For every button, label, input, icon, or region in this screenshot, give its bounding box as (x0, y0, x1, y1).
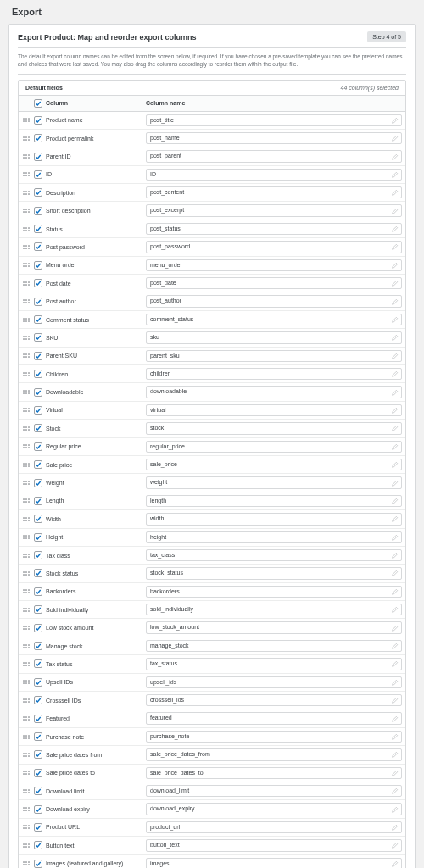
row-checkbox[interactable] (34, 352, 42, 360)
column-name-input[interactable] (146, 169, 402, 181)
row-checkbox[interactable] (34, 715, 42, 723)
row-checkbox[interactable] (34, 732, 42, 741)
column-name-input[interactable] (146, 821, 402, 833)
drag-handle-icon[interactable] (22, 497, 31, 505)
drag-handle-icon[interactable] (22, 279, 31, 287)
row-checkbox[interactable] (34, 170, 42, 179)
drag-handle-icon[interactable] (22, 587, 31, 596)
row-checkbox[interactable] (34, 406, 42, 415)
column-name-input[interactable] (146, 531, 402, 543)
drag-handle-icon[interactable] (22, 515, 31, 523)
column-name-input[interactable] (146, 785, 402, 797)
column-name-input[interactable] (146, 803, 402, 815)
column-name-input[interactable] (146, 259, 402, 271)
column-name-input[interactable] (146, 186, 402, 198)
row-checkbox[interactable] (34, 442, 42, 451)
row-checkbox[interactable] (34, 388, 42, 397)
column-name-input[interactable] (146, 513, 402, 525)
drag-handle-icon[interactable] (22, 823, 31, 832)
drag-handle-icon[interactable] (22, 261, 31, 270)
column-name-input[interactable] (146, 676, 402, 688)
column-name-input[interactable] (146, 712, 402, 724)
column-name-input[interactable] (146, 132, 402, 144)
drag-handle-icon[interactable] (22, 750, 31, 759)
column-name-input[interactable] (146, 368, 402, 380)
drag-handle-icon[interactable] (22, 116, 31, 125)
row-checkbox[interactable] (34, 515, 42, 523)
drag-handle-icon[interactable] (22, 207, 31, 215)
row-checkbox[interactable] (34, 225, 42, 233)
drag-handle-icon[interactable] (22, 841, 31, 849)
select-all-checkbox[interactable] (34, 99, 42, 108)
row-checkbox[interactable] (34, 841, 42, 849)
row-checkbox[interactable] (34, 787, 42, 795)
column-name-input[interactable] (146, 839, 402, 851)
drag-handle-icon[interactable] (22, 678, 31, 687)
drag-handle-icon[interactable] (22, 533, 31, 542)
column-name-input[interactable] (146, 441, 402, 453)
drag-handle-icon[interactable] (22, 370, 31, 378)
header-check[interactable] (31, 96, 42, 112)
column-name-input[interactable] (146, 459, 402, 470)
row-checkbox[interactable] (34, 551, 42, 559)
drag-handle-icon[interactable] (22, 659, 31, 668)
drag-handle-icon[interactable] (22, 805, 31, 814)
drag-handle-icon[interactable] (22, 605, 31, 614)
column-name-input[interactable] (146, 331, 402, 343)
column-name-input[interactable] (146, 586, 402, 598)
row-checkbox[interactable] (34, 424, 42, 432)
column-name-input[interactable] (146, 476, 402, 488)
drag-handle-icon[interactable] (22, 732, 31, 741)
drag-handle-icon[interactable] (22, 460, 31, 469)
row-checkbox[interactable] (34, 659, 42, 668)
column-name-input[interactable] (146, 858, 402, 868)
drag-handle-icon[interactable] (22, 225, 31, 233)
row-checkbox[interactable] (34, 333, 42, 342)
row-checkbox[interactable] (34, 587, 42, 596)
column-name-input[interactable] (146, 495, 402, 507)
row-checkbox[interactable] (34, 279, 42, 287)
row-checkbox[interactable] (34, 605, 42, 614)
column-name-input[interactable] (146, 567, 402, 579)
row-checkbox[interactable] (34, 823, 42, 832)
row-checkbox[interactable] (34, 188, 42, 197)
column-name-input[interactable] (146, 241, 402, 253)
drag-handle-icon[interactable] (22, 769, 31, 777)
column-name-input[interactable] (146, 621, 402, 633)
column-name-input[interactable] (146, 731, 402, 743)
drag-handle-icon[interactable] (22, 787, 31, 795)
drag-handle-icon[interactable] (22, 624, 31, 632)
drag-handle-icon[interactable] (22, 352, 31, 360)
row-checkbox[interactable] (34, 460, 42, 469)
drag-handle-icon[interactable] (22, 134, 31, 142)
row-checkbox[interactable] (34, 678, 42, 687)
column-name-input[interactable] (146, 277, 402, 289)
drag-handle-icon[interactable] (22, 298, 31, 306)
row-checkbox[interactable] (34, 860, 42, 868)
column-name-input[interactable] (146, 114, 402, 126)
row-checkbox[interactable] (34, 497, 42, 505)
row-checkbox[interactable] (34, 533, 42, 542)
drag-handle-icon[interactable] (22, 333, 31, 342)
row-checkbox[interactable] (34, 116, 42, 125)
row-checkbox[interactable] (34, 769, 42, 777)
drag-handle-icon[interactable] (22, 153, 31, 161)
drag-handle-icon[interactable] (22, 551, 31, 559)
column-name-input[interactable] (146, 295, 402, 307)
column-name-input[interactable] (146, 204, 402, 216)
drag-handle-icon[interactable] (22, 569, 31, 577)
column-name-input[interactable] (146, 748, 402, 760)
drag-handle-icon[interactable] (22, 696, 31, 704)
row-checkbox[interactable] (34, 479, 42, 487)
drag-handle-icon[interactable] (22, 406, 31, 415)
row-checkbox[interactable] (34, 370, 42, 378)
row-checkbox[interactable] (34, 696, 42, 704)
column-name-input[interactable] (146, 350, 402, 362)
row-checkbox[interactable] (34, 315, 42, 324)
row-checkbox[interactable] (34, 624, 42, 632)
drag-handle-icon[interactable] (22, 388, 31, 397)
drag-handle-icon[interactable] (22, 479, 31, 487)
row-checkbox[interactable] (34, 298, 42, 306)
drag-handle-icon[interactable] (22, 860, 31, 868)
drag-handle-icon[interactable] (22, 442, 31, 451)
